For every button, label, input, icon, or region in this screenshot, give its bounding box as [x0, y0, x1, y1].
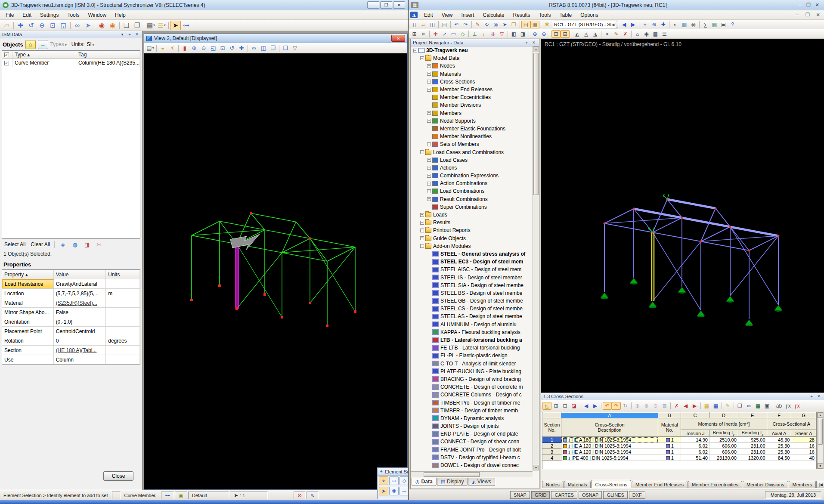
tree-item[interactable]: STEEL EC3 - Design of steel mem	[411, 258, 533, 266]
menu-edit[interactable]: Edit	[19, 11, 35, 19]
rstab-titlebar[interactable]: ▦ RSTAB 8.01.0073 (64bit) - [3D-Tragwerk…	[409, 0, 824, 10]
tree-item[interactable]: +Member End Releases	[411, 86, 533, 93]
tree-item[interactable]: FE-LTB - Lateral-torsional buckling	[411, 344, 533, 352]
view-previous-icon[interactable]: ◫	[259, 44, 268, 52]
tree-item[interactable]: Member Nonlinearities	[411, 133, 533, 140]
calculate-icon[interactable]: ∑	[701, 21, 710, 28]
print-icon[interactable]: ▤	[440, 21, 449, 28]
clear-fence-icon[interactable]: ✄	[94, 241, 104, 249]
panel-icon[interactable]: ▤	[651, 30, 660, 38]
material-cell[interactable]: 1	[658, 437, 681, 443]
table-edit-icon[interactable]: ◪	[570, 402, 579, 410]
notes-icon[interactable]: ✎	[723, 402, 732, 410]
zoom-window-icon[interactable]: ◱	[58, 21, 69, 30]
material-cell[interactable]: 1	[658, 455, 681, 461]
value-cell[interactable]: 1320.00	[738, 455, 767, 461]
value-cell[interactable]: 16	[791, 449, 816, 455]
close-icon[interactable]: ✕	[816, 394, 822, 399]
redo-icon[interactable]: ↷	[612, 402, 621, 410]
view2-canvas[interactable]	[144, 53, 407, 489]
value-cell[interactable]: 925.00	[738, 437, 767, 443]
tree-item[interactable]: CONCRETE - Design of concrete m	[411, 383, 533, 391]
menu-help[interactable]: Help	[111, 11, 130, 19]
delete-icon[interactable]: ✗	[621, 30, 630, 38]
tree-item[interactable]: STEEL AISC - Design of steel mem	[411, 266, 533, 273]
table-tab-member-end-releases[interactable]: Member End Releases	[632, 481, 688, 488]
redo-icon[interactable]: ↷	[461, 21, 470, 28]
left-titlebar[interactable]: 3D-Tragwerk neu1.ism.dgn [ISM 3.0] - Str…	[0, 0, 408, 10]
tree-item[interactable]: +Members	[411, 109, 533, 117]
grid-icon[interactable]: ⌗	[419, 30, 428, 38]
expand-icon[interactable]: +	[420, 213, 424, 217]
navigator-tab-display[interactable]: ▤Display	[437, 478, 468, 486]
property-row[interactable]: Orientation(0,-1,0)	[2, 317, 140, 327]
tree-item[interactable]: CONCRETE Columns - Design of c	[411, 391, 533, 399]
case-prev-icon[interactable]: ◀	[620, 21, 629, 28]
view2-titlebar[interactable]: View 2, Default [Displayset] ✕	[144, 34, 407, 43]
case-next-icon[interactable]: ▶	[629, 21, 638, 28]
expand-icon[interactable]: +	[427, 142, 431, 146]
open-icon[interactable]: ▱	[419, 21, 428, 28]
toggle-osnap[interactable]: OSNAP	[579, 491, 602, 499]
show-results-icon[interactable]: ⊟	[561, 30, 570, 38]
tree-item[interactable]: +Nodes	[411, 62, 533, 70]
cross-section-row[interactable]: 2IHE A 120 | DIN 1025-3:199416.02606.002…	[543, 443, 816, 449]
target-icon[interactable]: ◉	[642, 30, 651, 38]
column-letter-A[interactable]: A	[561, 413, 658, 418]
table-tab-members[interactable]: Members	[789, 481, 816, 488]
scroll-up-icon[interactable]: ▲	[818, 412, 823, 418]
tree-item[interactable]: STEEL BS - Design of steel membe	[411, 289, 533, 297]
expand-icon[interactable]: +	[427, 182, 431, 186]
zoom-out-icon[interactable]: ⊖	[37, 21, 47, 30]
windows-taskbar-edge[interactable]	[0, 500, 824, 504]
tree-item[interactable]: BRACING - Design of wind bracing	[411, 375, 533, 383]
toggle-grid[interactable]: GRID	[531, 491, 550, 499]
close-icon[interactable]: ✕	[531, 40, 537, 46]
navigator-vscrollbar[interactable]: ▲ ▼	[533, 46, 539, 470]
glasses-icon[interactable]: ∞	[744, 402, 753, 410]
value-cell[interactable]: 25.30	[767, 449, 791, 455]
help-icon[interactable]: ?	[728, 21, 737, 28]
z-view-icon[interactable]: ◮	[591, 30, 600, 38]
select-single-icon[interactable]: ⌖	[379, 476, 388, 485]
mdi-close-button[interactable]: ✕	[814, 12, 822, 18]
row-number[interactable]: 3	[543, 449, 561, 455]
value-cell[interactable]: 6.02	[681, 443, 709, 449]
tree-item[interactable]: +Printout Reports	[411, 226, 533, 234]
clear-all-button[interactable]: Clear All	[30, 241, 51, 248]
zoom-out-icon[interactable]: ⊖	[539, 30, 548, 38]
tree-item[interactable]: STEEL GB - Design of steel membe	[411, 297, 533, 305]
value-cell[interactable]: 84.50	[767, 455, 791, 461]
pan-view-icon[interactable]: ✚	[15, 21, 26, 30]
pin-icon[interactable]: ⌖	[127, 32, 133, 37]
y-view-icon[interactable]: ◬	[582, 30, 591, 38]
padlock-icon[interactable]: ▣	[175, 492, 187, 499]
tree-item[interactable]: +Actions	[411, 164, 533, 172]
table-tab-cross-sections[interactable]: Cross-Sections	[591, 480, 631, 488]
tree-item[interactable]: +Combination Expressions	[411, 172, 533, 179]
new-node-icon[interactable]: ✚	[431, 30, 440, 38]
view-next-icon[interactable]: ❐	[268, 44, 278, 52]
calculator-icon[interactable]: ▣	[762, 402, 771, 410]
zoom-in-icon[interactable]: ⊕	[530, 30, 539, 38]
row-number[interactable]: 1	[543, 437, 561, 443]
show-loads-icon[interactable]: ⊡	[551, 30, 561, 38]
row-number[interactable]: 2	[543, 443, 561, 449]
tree-item[interactable]: STEEL - General stress analysis of	[411, 250, 533, 258]
expand-icon[interactable]: +	[420, 229, 424, 232]
value-cell[interactable]: 606.00	[709, 449, 738, 455]
table-yellow-icon[interactable]: ▤	[702, 402, 711, 410]
object-row[interactable]: ✓Curve MemberColumn(HE 180 A)(S235...	[2, 59, 140, 67]
camera-orange-icon[interactable]: ◉	[107, 21, 118, 30]
fx-delete-icon[interactable]: ƒx	[793, 402, 802, 410]
value-cell[interactable]: 14.90	[681, 437, 709, 443]
tree-item[interactable]: LTB - Lateral-torsional buckling a	[411, 336, 533, 344]
value-cell[interactable]: 606.00	[709, 443, 738, 449]
load-direction-icon[interactable]: ✱	[542, 21, 551, 28]
excel-icon[interactable]: ▦	[710, 21, 719, 28]
settings-icon[interactable]: ☰	[660, 30, 669, 38]
table-insert-icon[interactable]: ⊞	[551, 402, 561, 410]
expand-icon[interactable]: +	[427, 111, 431, 115]
new-line-icon[interactable]: ↗	[440, 30, 449, 38]
pan-view-icon[interactable]: ✚	[237, 44, 246, 52]
